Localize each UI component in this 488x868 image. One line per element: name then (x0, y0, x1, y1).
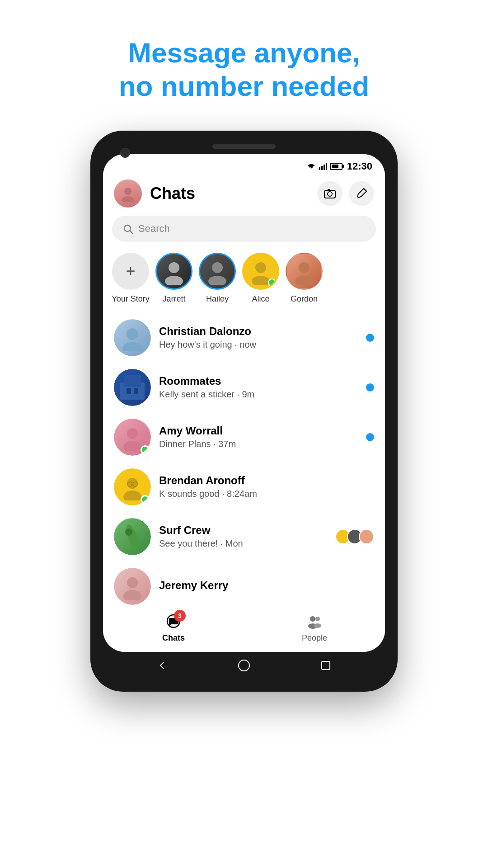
story-avatar-jarrett (155, 253, 192, 290)
chat-avatar-amy-worrall (114, 419, 151, 456)
svg-point-15 (255, 262, 266, 273)
svg-point-4 (124, 188, 131, 195)
chat-item-roommates[interactable]: Roommates Kelly sent a sticker · 9m (110, 363, 378, 412)
chat-preview-christian-dalonzo: Hey how's it going · now (159, 340, 361, 350)
compose-button[interactable] (349, 181, 374, 206)
phone-camera (120, 148, 130, 158)
story-item-gordon[interactable]: Gordon (284, 253, 324, 304)
story-label-hailey: Hailey (206, 294, 229, 304)
svg-point-7 (328, 192, 332, 196)
headline: Message anyone, no number needed (83, 36, 406, 104)
story-add-button[interactable]: + (112, 253, 149, 290)
header-actions (317, 181, 374, 206)
user-avatar[interactable] (114, 179, 142, 208)
signal-icon (319, 163, 327, 170)
chat-name-roommates: Roommates (159, 375, 361, 387)
svg-point-20 (122, 342, 142, 351)
chats-nav-label: Chats (162, 633, 185, 643)
chat-preview-roommates: Kelly sent a sticker · 9m (159, 389, 361, 400)
status-bar: 12:30 (103, 154, 385, 175)
story-label-gordon: Gordon (291, 294, 318, 304)
compose-icon (356, 188, 367, 199)
chat-item-amy-worrall[interactable]: Amy Worrall Dinner Plans · 37m (110, 412, 378, 462)
back-btn[interactable] (155, 659, 169, 672)
svg-point-38 (310, 616, 315, 622)
chat-info-christian-dalonzo: Christian Dalonzo Hey how's it going · n… (159, 325, 361, 350)
chat-info-roommates: Roommates Kelly sent a sticker · 9m (159, 375, 361, 400)
chat-unread-dot-christian (366, 334, 374, 342)
chat-unread-dot-roommates (366, 383, 374, 392)
chat-preview-surf-crew: See you there! · Mon (159, 538, 332, 549)
stories-row: + Your Story Jarrett (103, 249, 385, 313)
svg-point-33 (125, 528, 132, 536)
svg-point-28 (123, 491, 141, 500)
svg-point-40 (315, 617, 320, 621)
svg-rect-23 (127, 388, 131, 394)
chat-item-brendan-aronoff[interactable]: Brendan Aronoff K sounds good · 8:24am (110, 462, 378, 512)
story-item-alice[interactable]: Alice (240, 253, 281, 304)
recents-btn[interactable] (319, 659, 333, 672)
nav-item-chats[interactable]: 3 Chats (103, 613, 244, 643)
wifi-icon (306, 163, 316, 170)
search-icon (123, 224, 133, 234)
story-label-your-story: Your Story (112, 294, 149, 304)
svg-line-10 (130, 231, 132, 233)
story-label-alice: Alice (252, 294, 269, 304)
search-placeholder: Search (138, 223, 170, 235)
headline-line1: Message anyone, (128, 37, 360, 68)
camera-button[interactable] (317, 181, 343, 206)
chat-info-jeremy-kerry: Jeremy Kerry (159, 579, 374, 594)
svg-point-16 (252, 276, 270, 285)
status-time: 12:30 (347, 160, 372, 172)
svg-point-27 (127, 478, 138, 489)
chat-item-jeremy-kerry[interactable]: Jeremy Kerry (110, 561, 378, 607)
story-item-your-story[interactable]: + Your Story (110, 253, 151, 304)
svg-rect-2 (324, 165, 325, 170)
svg-rect-1 (321, 166, 323, 170)
status-icons: 12:30 (306, 160, 372, 172)
svg-rect-3 (326, 163, 327, 170)
alice-online-dot (268, 278, 276, 287)
chat-preview-brendan-aronoff: K sounds good · 8:24am (159, 489, 374, 499)
chat-name-christian-dalonzo: Christian Dalonzo (159, 325, 361, 338)
brendan-online-dot (141, 495, 150, 504)
phone-mockup: 12:30 Chats (90, 131, 398, 773)
chat-info-amy-worrall: Amy Worrall Dinner Plans · 37m (159, 425, 361, 449)
chats-icon-wrap: 3 (166, 613, 181, 631)
story-item-hailey[interactable]: Hailey (197, 253, 238, 304)
user-avatar-image (114, 179, 142, 208)
home-btn[interactable] (237, 659, 251, 672)
svg-point-5 (122, 196, 134, 202)
svg-point-18 (295, 276, 313, 285)
phone-speaker (212, 144, 276, 149)
chat-item-christian-dalonzo[interactable]: Christian Dalonzo Hey how's it going · n… (110, 313, 378, 363)
chat-avatar-surf-crew (114, 518, 151, 555)
story-avatar-hailey (199, 253, 236, 290)
chat-avatar-christian-dalonzo (114, 319, 151, 356)
svg-point-34 (127, 577, 138, 588)
phone-notch (103, 144, 385, 149)
search-bar[interactable]: Search (112, 216, 376, 242)
svg-point-32 (124, 523, 141, 550)
people-nav-icon (307, 613, 322, 629)
chat-preview-amy-worrall: Dinner Plans · 37m (159, 439, 361, 449)
chat-list: Christian Dalonzo Hey how's it going · n… (103, 313, 385, 607)
group-avatar-3 (359, 529, 374, 544)
svg-point-13 (212, 262, 223, 273)
story-avatar-gordon (286, 253, 323, 290)
battery-icon (330, 163, 343, 170)
svg-point-12 (165, 276, 183, 285)
svg-rect-22 (124, 375, 141, 387)
chat-item-surf-crew[interactable]: Surf Crew See you there! · Mon (110, 512, 378, 561)
story-item-jarrett[interactable]: Jarrett (154, 253, 194, 304)
svg-rect-24 (134, 388, 138, 394)
bottom-nav: 3 Chats People (103, 607, 385, 652)
chat-avatar-roommates (114, 369, 151, 406)
surf-crew-group-avatars (335, 529, 374, 544)
amy-online-dot (141, 445, 150, 454)
svg-point-14 (208, 276, 226, 285)
chat-name-brendan-aronoff: Brendan Aronoff (159, 474, 374, 487)
story-avatar-alice (242, 253, 279, 290)
svg-rect-0 (319, 167, 320, 170)
nav-item-people[interactable]: People (244, 613, 385, 643)
